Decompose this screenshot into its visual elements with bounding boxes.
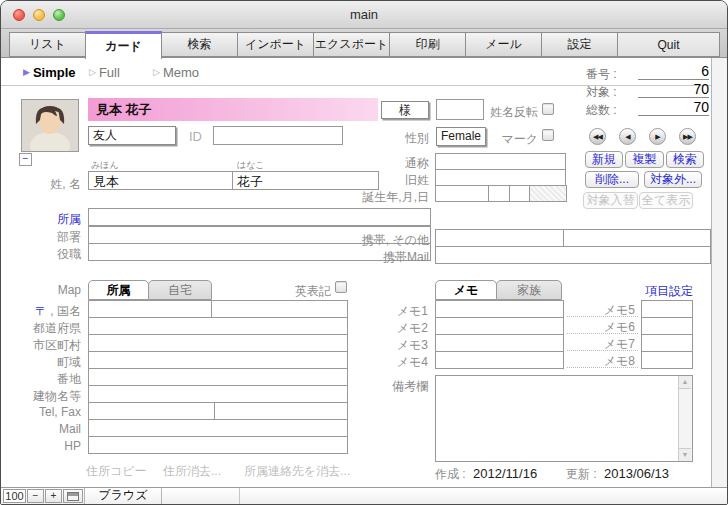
view-tab-full-label: Full	[99, 65, 120, 80]
birth-day-field[interactable]	[509, 185, 530, 202]
nickname-label: 通称	[349, 155, 429, 172]
tab-print[interactable]: 印刷	[389, 32, 466, 57]
last-name-field[interactable]: 見本	[88, 171, 233, 190]
street-number-field[interactable]	[88, 368, 348, 386]
building-field[interactable]	[88, 385, 348, 403]
memo8-field[interactable]	[641, 351, 693, 369]
memo2-field[interactable]	[435, 317, 564, 335]
notes-scrollbar[interactable]: ▲ ▼	[678, 376, 692, 461]
mobile-other-field[interactable]	[563, 229, 711, 247]
tab-mail[interactable]: メール	[465, 32, 542, 57]
view-tab-simple-label: Simple	[33, 65, 76, 80]
city-field[interactable]	[88, 334, 348, 352]
first-record-icon[interactable]: ◀◀	[589, 128, 606, 145]
tab-settings[interactable]: 設定	[541, 32, 618, 57]
view-tab-memo[interactable]: ▷ Memo	[153, 63, 199, 81]
department-label: 部署	[7, 229, 81, 246]
mobile-field[interactable]	[435, 229, 564, 247]
person-avatar-icon	[22, 100, 78, 151]
id-field[interactable]	[213, 126, 343, 145]
scroll-down-icon[interactable]: ▼	[679, 448, 691, 461]
mode-popup[interactable]: ブラウズ	[84, 488, 162, 504]
town-field[interactable]	[88, 351, 348, 369]
zip-link[interactable]: 〒	[35, 304, 47, 318]
notes-field[interactable]: ▲ ▼	[435, 375, 693, 462]
affiliation-field[interactable]	[88, 208, 431, 226]
view-tab-simple[interactable]: ▶ Simple	[23, 63, 76, 81]
mobile-mail-field[interactable]	[435, 246, 711, 264]
memo5-field[interactable]	[641, 300, 693, 318]
tab-find[interactable]: 検索	[161, 32, 238, 57]
scroll-up-icon[interactable]: ▲	[679, 376, 691, 389]
filled-triangle-icon: ▶	[23, 67, 30, 77]
show-all-button[interactable]: 全て表示	[639, 192, 693, 209]
hide-status-area-button[interactable]	[63, 489, 83, 503]
tab-card[interactable]: カード	[85, 31, 162, 59]
country-field[interactable]	[211, 300, 348, 318]
layout-mode-icon	[67, 492, 79, 501]
prefecture-field[interactable]	[88, 317, 348, 335]
contact-photo[interactable]	[21, 99, 79, 152]
memo6-field[interactable]	[641, 317, 693, 335]
city-label: 市区町村	[7, 337, 81, 354]
created-row: 作成 : 2012/11/16	[435, 466, 537, 483]
swap-found-set-button[interactable]: 対象入替	[583, 192, 638, 209]
tab-list[interactable]: リスト	[9, 32, 86, 57]
copy-address-link[interactable]: 住所コピー	[86, 463, 147, 480]
mail-field[interactable]	[88, 419, 348, 437]
clear-affiliation-contact-link[interactable]: 所属連絡先を消去...	[244, 463, 350, 480]
main-tabbar: リスト カード 検索 インポート エクスポート 印刷 メール 設定 Quit	[1, 29, 727, 58]
category-dropdown[interactable]: 友人	[88, 126, 176, 145]
created-date: 2012/11/16	[473, 466, 537, 481]
previous-record-icon[interactable]: ◀	[619, 128, 636, 145]
name-flip-checkbox[interactable]	[542, 103, 554, 115]
address-tab-home[interactable]: 自宅	[148, 280, 212, 300]
fax-field[interactable]	[214, 402, 348, 420]
tab-export[interactable]: エクスポート	[313, 32, 390, 57]
last-record-icon[interactable]: ▶▶	[679, 128, 696, 145]
memo4-field[interactable]	[435, 351, 564, 369]
zoom-out-icon[interactable]: −	[27, 489, 44, 503]
tel-fax-label: Tel, Fax	[7, 405, 81, 419]
tab-import[interactable]: インポート	[237, 32, 314, 57]
zoom-in-icon[interactable]: +	[45, 489, 62, 503]
updated-label: 更新 :	[566, 467, 597, 481]
nickname-field[interactable]	[435, 153, 566, 170]
remove-photo-button[interactable]: −	[19, 153, 32, 166]
zip-field[interactable]	[88, 300, 212, 318]
building-label: 建物名等	[7, 388, 81, 405]
new-record-button[interactable]: 新規	[585, 151, 623, 168]
english-notation-checkbox[interactable]	[335, 281, 347, 293]
mobile-mail-label: 携帯Mail	[349, 249, 429, 266]
duplicate-record-button[interactable]: 複製	[625, 151, 664, 168]
address-tab-work[interactable]: 所属	[88, 280, 149, 300]
delete-record-button[interactable]: 削除...	[585, 171, 639, 188]
affiliation-link[interactable]: 所属	[7, 211, 81, 228]
birth-month-field[interactable]	[488, 185, 510, 202]
clear-address-link[interactable]: 住所消去...	[163, 463, 221, 480]
tel-field[interactable]	[88, 402, 215, 420]
next-record-icon[interactable]: ▶	[649, 128, 666, 145]
position-label: 役職	[7, 246, 81, 263]
view-tab-full[interactable]: ▷ Full	[89, 63, 120, 81]
memo-tab-memo[interactable]: メモ	[435, 280, 497, 300]
field-settings-link[interactable]: 項目設定	[631, 283, 693, 300]
maiden-name-field[interactable]	[435, 169, 566, 186]
omit-record-button[interactable]: 対象外...	[644, 171, 702, 188]
honorific-button[interactable]: 様	[381, 101, 429, 119]
hp-field[interactable]	[88, 436, 348, 454]
memo1-field[interactable]	[435, 300, 564, 318]
memo3-field[interactable]	[435, 334, 564, 352]
birth-year-field[interactable]	[435, 185, 489, 202]
card-layout: ▶ Simple ▷ Full ▷ Memo 番号 : 6 対象 : 70 総数…	[1, 58, 728, 489]
found-count-value: 70	[638, 81, 709, 98]
birthday-label: 誕生年,月,日	[341, 189, 429, 206]
created-label: 作成 :	[435, 467, 466, 481]
find-button[interactable]: 検索	[666, 151, 704, 168]
memo8-label: メモ8	[567, 351, 638, 368]
mark-checkbox[interactable]	[542, 129, 554, 141]
memo-tab-family[interactable]: 家族	[496, 280, 562, 300]
updated-date: 2013/06/13	[604, 466, 669, 481]
tab-quit[interactable]: Quit	[617, 32, 720, 57]
memo7-field[interactable]	[641, 334, 693, 352]
